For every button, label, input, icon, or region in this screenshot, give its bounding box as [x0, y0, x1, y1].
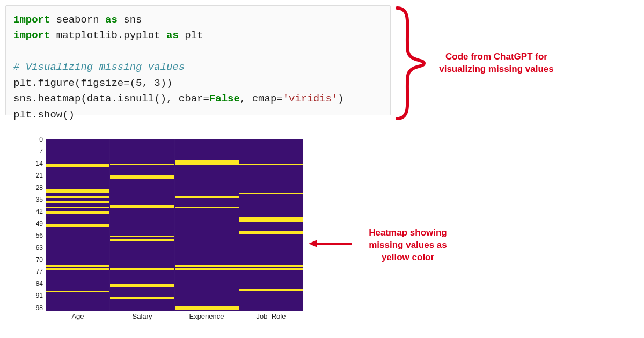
missing-cell [239, 265, 303, 267]
keyword-as: as [105, 14, 118, 26]
y-axis-ticks: 0714212835424956637077849198 [27, 139, 44, 311]
y-tick-label: 0 [27, 136, 43, 143]
missing-cell [175, 164, 239, 165]
missing-cell [175, 268, 239, 270]
missing-cell [239, 289, 303, 290]
x-axis-ticks: AgeSalaryExperienceJob_Role [46, 312, 303, 323]
missing-cell [239, 220, 303, 222]
missing-cell [239, 232, 303, 234]
code-text: plt [185, 30, 203, 41]
curly-brace-icon [394, 5, 432, 121]
missing-cell [46, 196, 109, 198]
heatmap-chart: 0714212835424956637077849198 AgeSalaryEx… [27, 134, 306, 333]
code-text: sns [123, 14, 142, 26]
code-text: sns.heatmap(data.isnull(), cbar= [13, 93, 209, 105]
y-tick-label: 56 [27, 232, 43, 239]
x-tick-label: Age [46, 312, 110, 323]
string-literal: 'viridis' [283, 93, 338, 105]
y-tick-label: 63 [27, 244, 43, 252]
missing-cell [110, 236, 174, 237]
y-tick-label: 21 [27, 172, 43, 179]
missing-cell [110, 164, 174, 165]
missing-cell [175, 207, 239, 208]
missing-cell [46, 291, 109, 292]
y-tick-label: 91 [27, 292, 43, 299]
missing-cell [46, 265, 109, 267]
code-line-1: import seaborn as sns [13, 12, 383, 28]
y-tick-label: 42 [27, 208, 43, 215]
missing-cell [175, 308, 239, 310]
annotation-code: Code from ChatGPT for visualizing missin… [437, 51, 555, 76]
missing-cell [110, 177, 174, 179]
y-tick-label: 77 [27, 268, 43, 275]
code-line-4: plt.figure(figsize=(5, 3)) [13, 76, 383, 91]
missing-cell [175, 265, 239, 267]
heatmap-plot-area [46, 139, 303, 311]
y-tick-label: 7 [27, 148, 43, 155]
x-tick-label: Experience [174, 312, 239, 323]
code-block: import seaborn as sns import matplotlib.… [5, 5, 391, 115]
code-text: matplotlib.pyplot [56, 30, 160, 41]
heatmap-column [239, 139, 303, 311]
code-line-2: import matplotlib.pyplot as plt [13, 28, 383, 43]
missing-cell [46, 211, 109, 213]
missing-cell [46, 201, 109, 203]
code-text: ) [338, 93, 343, 105]
missing-cell [110, 207, 174, 208]
keyword-import: import [13, 14, 50, 26]
missing-cell [110, 268, 174, 270]
x-tick-label: Salary [110, 312, 174, 323]
y-tick-label: 98 [27, 304, 43, 312]
missing-cell [239, 164, 303, 165]
annotation-heatmap: Heatmap showing missing values as yellow… [354, 227, 462, 264]
missing-cell [46, 225, 109, 227]
y-tick-label: 70 [27, 256, 43, 263]
y-tick-label: 84 [27, 280, 43, 288]
x-tick-label: Job_Role [239, 312, 303, 323]
y-tick-label: 28 [27, 184, 43, 192]
missing-cell [46, 165, 109, 167]
code-line-5: sns.heatmap(data.isnull(), cbar=False, c… [13, 91, 383, 107]
code-comment: # Visualizing missing values [13, 60, 383, 75]
missing-cell [110, 239, 174, 241]
keyword-as: as [166, 30, 179, 41]
missing-cell [46, 268, 109, 270]
missing-cell [239, 193, 303, 194]
missing-cell [239, 268, 303, 270]
heatmap-column [46, 139, 109, 311]
arrow-left-icon [309, 238, 352, 249]
code-line-6: plt.show() [13, 107, 383, 123]
code-text: , cmap= [240, 93, 283, 105]
y-tick-label: 14 [27, 160, 43, 167]
code-text: seaborn [56, 14, 99, 26]
missing-cell [46, 207, 109, 208]
heatmap-column [109, 139, 174, 311]
heatmap-column [174, 139, 239, 311]
missing-cell [46, 191, 109, 193]
missing-cell [110, 297, 174, 299]
literal-false: False [209, 93, 240, 105]
y-tick-label: 35 [27, 196, 43, 203]
y-tick-label: 49 [27, 220, 43, 227]
blank-line [13, 44, 383, 60]
svg-marker-1 [309, 240, 317, 247]
missing-cell [110, 285, 174, 287]
keyword-import: import [13, 30, 50, 41]
missing-cell [175, 196, 239, 198]
